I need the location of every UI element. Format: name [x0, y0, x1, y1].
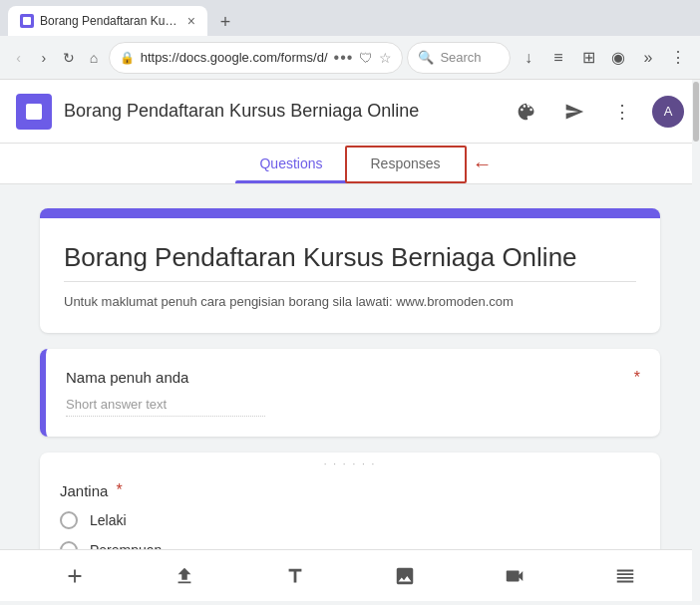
required-star-1: * — [634, 369, 640, 387]
add-question-button[interactable] — [57, 558, 93, 594]
history-icon[interactable]: ⊞ — [574, 44, 602, 72]
short-answer-area: Short answer text — [46, 387, 660, 437]
radio-circle-perempuan — [60, 541, 78, 549]
extensions-icon[interactable]: » — [634, 44, 662, 72]
more-icon: ⋮ — [613, 101, 631, 123]
tab-close-btn[interactable]: × — [187, 13, 195, 29]
radio-options: Lelaki Perempuan — [40, 499, 660, 549]
page-form-title: Borang Pendaftaran Kursus Berniaga Onlin… — [64, 101, 497, 122]
svg-rect-2 — [29, 108, 39, 110]
svg-rect-0 — [23, 17, 31, 25]
form-icon — [16, 94, 52, 130]
back-button[interactable]: ‹ — [8, 44, 29, 72]
short-answer-placeholder: Short answer text — [66, 397, 265, 417]
radio-label-perempuan: Perempuan — [90, 542, 162, 549]
add-image-button[interactable] — [387, 558, 423, 594]
question-2-header: Jantina * — [40, 469, 660, 499]
bookmark-shield-icon: 🛡 — [359, 50, 373, 66]
more-button[interactable]: ⋮ — [604, 94, 640, 130]
radio-circle-lelaki — [60, 511, 78, 529]
star-icon: ☆ — [379, 50, 392, 66]
add-title-button[interactable] — [277, 558, 313, 594]
question-1-label: Nama penuh anda — [66, 369, 188, 386]
title-card: Borang Pendaftaran Kursus Berniaga Onlin… — [40, 208, 660, 333]
bottom-toolbar — [0, 549, 700, 601]
question-1-header: Nama penuh anda * — [46, 349, 660, 387]
active-tab[interactable]: Borang Pendaftaran Kursus Be... × — [8, 6, 207, 36]
form-tabs: Questions Responses ← — [0, 144, 700, 184]
page-header: Borang Pendaftaran Kursus Berniaga Onlin… — [0, 80, 700, 144]
title-card-content: Borang Pendaftaran Kursus Berniaga Onlin… — [40, 218, 660, 333]
refresh-button[interactable]: ↻ — [58, 44, 79, 72]
form-description: Untuk maklumat penuh cara pengisian bora… — [64, 281, 636, 309]
profile-icon[interactable]: ◉ — [604, 44, 632, 72]
search-placeholder: Search — [440, 50, 481, 65]
add-video-button[interactable] — [497, 558, 532, 594]
tab-questions[interactable]: Questions — [235, 144, 346, 183]
address-more-icon: ••• — [334, 49, 354, 67]
tab-bar: Borang Pendaftaran Kursus Be... × + — [0, 0, 700, 36]
question-2-label: Jantina — [60, 482, 108, 499]
header-actions: ⋮ A — [509, 94, 684, 130]
import-questions-button[interactable] — [167, 558, 202, 594]
svg-rect-3 — [29, 111, 39, 113]
new-tab-button[interactable]: + — [211, 8, 239, 36]
tab-favicon — [20, 14, 34, 28]
scroll-bar[interactable] — [692, 80, 700, 605]
search-box[interactable]: 🔍 Search — [407, 42, 511, 74]
search-icon: 🔍 — [418, 50, 434, 65]
palette-button[interactable] — [509, 94, 544, 130]
svg-rect-4 — [29, 115, 35, 117]
radio-option-lelaki[interactable]: Lelaki — [60, 511, 640, 529]
tab-highlight — [345, 146, 467, 183]
add-section-button[interactable] — [607, 558, 643, 594]
menu-icon[interactable]: ⋮ — [664, 44, 692, 72]
url-text: https://docs.google.com/forms/d/ — [141, 50, 328, 65]
send-button[interactable] — [556, 94, 592, 130]
content-area: Borang Pendaftaran Kursus Berniaga Onlin… — [0, 184, 700, 549]
download-icon[interactable]: ↓ — [515, 44, 542, 72]
avatar[interactable]: A — [652, 96, 684, 128]
required-star-2: * — [116, 481, 122, 499]
form-main-title: Borang Pendaftaran Kursus Berniaga Onlin… — [64, 242, 636, 273]
question-card-1: Nama penuh anda * Short answer text — [40, 349, 660, 437]
scroll-thumb[interactable] — [693, 82, 699, 142]
radio-label-lelaki: Lelaki — [90, 512, 127, 528]
responses-tab-wrapper: Responses ← — [347, 144, 465, 183]
forward-button[interactable]: › — [33, 44, 54, 72]
drag-handle: · · · · · · — [40, 453, 660, 469]
address-bar[interactable]: 🔒 https://docs.google.com/forms/d/ ••• 🛡… — [109, 42, 404, 74]
question-card-2: · · · · · · Jantina * Lelaki Perempuan — [40, 453, 660, 549]
browser-toolbar: ‹ › ↻ ⌂ 🔒 https://docs.google.com/forms/… — [0, 36, 700, 80]
toolbar-icons: ↓ ≡ ⊞ ◉ » ⋮ — [515, 44, 692, 72]
tab-title: Borang Pendaftaran Kursus Be... — [40, 14, 177, 28]
lock-icon: 🔒 — [120, 51, 135, 65]
bookmarks-icon[interactable]: ≡ — [544, 44, 572, 72]
home-button[interactable]: ⌂ — [84, 44, 105, 72]
radio-option-perempuan[interactable]: Perempuan — [60, 541, 640, 549]
arrow-indicator: ← — [473, 152, 493, 175]
